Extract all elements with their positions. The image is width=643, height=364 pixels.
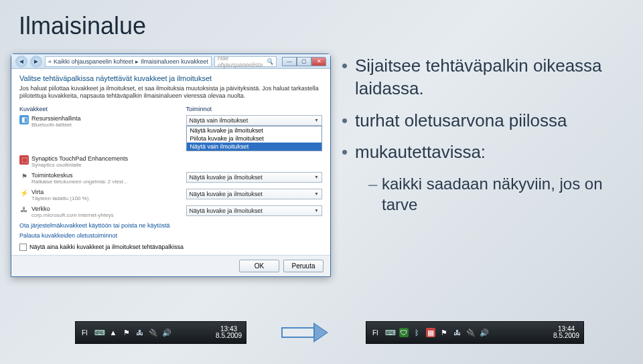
volume-tray-icon[interactable]: 🔊	[162, 328, 171, 337]
slide-bullets: Sijaitsee tehtäväpalkin oikeassa laidass…	[342, 55, 630, 215]
system-tray-collapsed: FI ⌨ ▲ ⚑ 🖧 🔌 🔊 13:43 8.5.2009	[75, 321, 246, 344]
action-dropdown[interactable]: Näytä kuvake ja ilmoitukset ▼	[186, 205, 322, 216]
icon-row: 🖧 Verkko corp.microsoft.com Internet-yht…	[19, 205, 322, 218]
bluetooth-icon[interactable]: ᛒ	[413, 328, 422, 337]
row-sublabel: Täyteen ladattu (100 %)	[31, 195, 88, 201]
row-label: Synaptics TouchPad Enhancements	[31, 155, 128, 162]
icon-row: ⬚ Synaptics TouchPad Enhancements Synapt…	[19, 155, 322, 168]
explorer-icon: ◧	[19, 115, 29, 124]
row-sublabel: corp.microsoft.com Internet-yhteys	[31, 212, 114, 218]
dropdown-value: Näytä kuvake ja ilmoitukset	[190, 207, 263, 214]
checkbox-label: Näytä aina kaikki kuvakkeet ja ilmoituks…	[29, 244, 184, 250]
nav-back-button[interactable]: ◄	[15, 56, 27, 68]
keyboard-icon[interactable]: ⌨	[386, 328, 395, 337]
shield-icon[interactable]: 🛡	[399, 328, 409, 337]
row-sublabel: Synaptics osoitinlaite	[31, 162, 128, 168]
clock-date: 8.5.2009	[216, 333, 242, 340]
dropdown-list: Näytä kuvake ja ilmoitukset Piilota kuva…	[186, 126, 322, 151]
action-dropdown[interactable]: Näytä kuvake ja ilmoitukset ▼	[186, 189, 322, 199]
min-button[interactable]: —	[282, 57, 297, 66]
link-system-icons[interactable]: Ota järjestelmäkuvakkeet käyttöön tai po…	[19, 222, 322, 229]
icon-row: ⚡ Virta Täyteen ladattu (100 %) Näytä ku…	[19, 189, 322, 201]
dropdown-option[interactable]: Näytä kuvake ja ilmoitukset	[187, 126, 322, 134]
search-icon: 🔍	[266, 58, 273, 65]
arrow-graphic	[281, 323, 335, 343]
action-dropdown[interactable]: Näytä kuvake ja ilmoitukset ▼	[186, 172, 322, 183]
power-icon: ⚡	[19, 189, 29, 198]
ok-button[interactable]: OK	[239, 260, 279, 272]
action-center-tray-icon[interactable]: ⚑	[439, 328, 449, 337]
control-panel-window: ◄ ► « Kaikki ohjauspaneelin kohteet ▸ Il…	[11, 54, 331, 277]
system-tray-expanded: FI ⌨ 🛡 ᛒ ▦ ⚑ 🖧 🔌 🔊 13:44 8.5.2009	[366, 321, 584, 344]
dropdown-value: Näytä vain ilmoitukset	[190, 117, 248, 124]
breadcrumb-chevrons: «	[48, 58, 52, 65]
close-button[interactable]: ✕	[311, 57, 326, 66]
link-reset-defaults[interactable]: Palauta kuvakkeiden oletustoiminnot	[19, 232, 322, 239]
icon-row: ⚑ Toimintokeskus Ratkaise tietokoneen on…	[19, 172, 322, 185]
action-center-icon: ⚑	[19, 172, 29, 181]
language-indicator[interactable]: FI	[80, 329, 90, 337]
dropdown-value: Näytä kuvake ja ilmoitukset	[190, 191, 263, 197]
breadcrumb-part-2[interactable]: Ilmaisinalueen kuvakkeet	[141, 58, 208, 65]
page-heading: Valitse tehtäväpalkissa näytettävät kuva…	[19, 74, 322, 82]
volume-tray-icon[interactable]: 🔊	[480, 328, 489, 337]
dropdown-value: Näytä kuvake ja ilmoitukset	[190, 174, 263, 181]
row-label: Verkko	[31, 205, 114, 212]
page-description: Jos haluat piilottaa kuvakkeet ja ilmoit…	[19, 85, 322, 100]
col-actions-header: Toiminnot	[186, 106, 322, 112]
breadcrumb-sep: ▸	[135, 58, 139, 65]
clock[interactable]: 13:43 8.5.2009	[216, 326, 242, 340]
dropdown-option-selected[interactable]: Näytä vain ilmoitukset	[187, 143, 322, 151]
bullet-3: mukautettavissa:	[342, 141, 630, 164]
row-label: Toimintokeskus	[31, 172, 128, 179]
clock-date: 8.5.2009	[553, 333, 579, 340]
breadcrumb-part-1[interactable]: Kaikki ohjauspaneelin kohteet	[54, 58, 133, 65]
clock[interactable]: 13:44 8.5.2009	[553, 326, 579, 340]
row-label: Virta	[31, 189, 88, 195]
window-body: Valitse tehtäväpalkissa näytettävät kuva…	[11, 69, 330, 255]
column-headers: Kuvakkeet Toiminnot	[19, 106, 322, 112]
synaptics-tray-icon[interactable]: ▦	[426, 328, 435, 337]
col-icons-header: Kuvakkeet	[19, 106, 186, 112]
bullet-1: Sijaitsee tehtäväpalkin oikeassa laidass…	[342, 55, 630, 100]
dropdown-option[interactable]: Piilota kuvake ja ilmoitukset	[187, 134, 322, 143]
row-label: Resurssienhallinta	[31, 115, 81, 122]
chevron-down-icon: ▼	[314, 175, 319, 179]
synaptics-icon: ⬚	[19, 155, 29, 165]
cancel-button[interactable]: Peruuta	[283, 260, 324, 272]
power-tray-icon[interactable]: 🔌	[466, 328, 476, 337]
network-icon: 🖧	[19, 205, 29, 215]
checkbox-row: Näytä aina kaikki kuvakkeet ja ilmoituks…	[19, 244, 322, 251]
show-all-checkbox[interactable]	[19, 244, 27, 251]
chevron-down-icon: ▼	[314, 191, 319, 196]
show-hidden-icons-button[interactable]: ▲	[109, 328, 118, 337]
action-dropdown[interactable]: Näytä vain ilmoitukset ▼	[186, 115, 322, 126]
icon-row: ◧ Resurssienhallinta Bluetooth-laitteet …	[19, 115, 322, 151]
window-footer: OK Peruuta	[11, 255, 330, 276]
action-center-tray-icon[interactable]: ⚑	[122, 328, 131, 337]
language-indicator[interactable]: FI	[370, 329, 380, 337]
bullet-2: turhat oletusarvona piilossa	[342, 110, 630, 132]
nav-forward-button[interactable]: ►	[30, 56, 42, 68]
window-titlebar[interactable]: ◄ ► « Kaikki ohjauspaneelin kohteet ▸ Il…	[11, 54, 330, 69]
sub-bullet-1: kaikki saadaan näkyviin, jos on tarve	[368, 173, 630, 215]
window-controls: — ▢ ✕	[282, 57, 326, 66]
chevron-down-icon: ▼	[314, 208, 319, 213]
network-tray-icon[interactable]: 🖧	[453, 328, 462, 337]
chevron-down-icon: ▼	[314, 118, 319, 122]
breadcrumb[interactable]: « Kaikki ohjauspaneelin kohteet ▸ Ilmais…	[45, 56, 212, 67]
row-sublabel: Bluetooth-laitteet	[31, 122, 81, 128]
search-input[interactable]: Hae ohjauspaneelista 🔍	[214, 56, 277, 67]
search-placeholder: Hae ohjauspaneelista	[218, 55, 266, 68]
keyboard-icon[interactable]: ⌨	[95, 328, 104, 337]
max-button[interactable]: ▢	[297, 57, 311, 66]
row-sublabel: Ratkaise tietokoneen ongelmia: 2 viest..…	[31, 179, 128, 185]
power-tray-icon[interactable]: 🔌	[149, 328, 158, 337]
slide-title: Ilmaisinalue	[19, 12, 146, 40]
network-tray-icon[interactable]: 🖧	[135, 328, 145, 337]
